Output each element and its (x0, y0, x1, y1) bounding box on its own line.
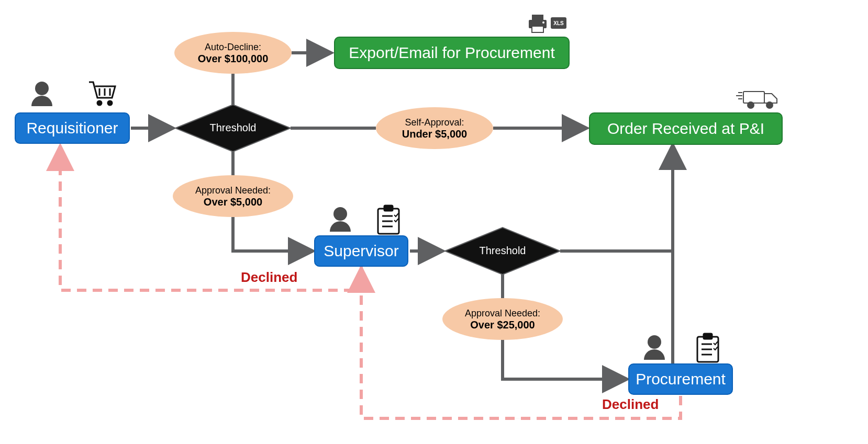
cond-approval-5k-text: Approval Needed: Over $5,000 (181, 185, 285, 208)
svg-rect-10 (384, 206, 393, 211)
svg-rect-20 (532, 15, 543, 20)
printer-icon (529, 15, 547, 32)
clipboard-icon (378, 206, 399, 234)
cond-approval-25k-text: Approval Needed: Over $25,000 (450, 308, 555, 331)
svg-point-2 (35, 82, 49, 95)
role-label: Requisitioner (26, 119, 118, 137)
cond-label: Auto-Decline: (181, 42, 285, 53)
cart-icon (89, 82, 115, 105)
role-requisitioner: Requisitioner (15, 112, 130, 144)
truck-icon (736, 92, 777, 108)
xls-icon: XLS (551, 17, 566, 29)
user-icon (31, 82, 52, 106)
svg-rect-26 (743, 92, 764, 103)
svg-point-28 (766, 102, 773, 108)
cond-value: Over $100,000 (181, 53, 285, 65)
arrow-approval5k-to-supervisor (233, 217, 311, 251)
arrow-approval25k-to-procurement (503, 340, 626, 379)
cond-label: Approval Needed: (181, 185, 285, 196)
cond-auto-decline-text: Auto-Decline: Over $100,000 (181, 42, 285, 65)
svg-rect-16 (704, 334, 712, 339)
declined-supervisor-path (60, 147, 361, 290)
svg-text:XLS: XLS (553, 20, 564, 26)
decision-label-1: Threshold (207, 122, 259, 134)
role-label: Supervisor (324, 242, 398, 260)
declined-label-supervisor: Declined (241, 269, 297, 286)
cond-value: Under $5,000 (382, 128, 487, 140)
clipboard-icon (697, 334, 718, 362)
cond-label: Self-Approval: (382, 117, 487, 128)
terminal-export: Export/Email for Procurement (334, 37, 570, 69)
cond-value: Over $25,000 (450, 319, 555, 331)
svg-point-14 (648, 335, 661, 349)
svg-point-23 (542, 21, 544, 24)
decision-label-2: Threshold (476, 245, 529, 257)
terminal-label: Order Received at P&I (607, 120, 764, 138)
cond-self-approval-text: Self-Approval: Under $5,000 (382, 117, 487, 140)
role-supervisor: Supervisor (314, 235, 408, 267)
role-label: Procurement (636, 370, 726, 388)
user-icon (330, 207, 351, 232)
role-procurement: Procurement (628, 363, 733, 395)
svg-point-3 (97, 101, 102, 105)
terminal-label: Export/Email for Procurement (349, 44, 554, 62)
user-icon (644, 335, 665, 360)
cond-value: Over $5,000 (181, 196, 285, 208)
svg-rect-22 (532, 26, 543, 32)
svg-point-8 (333, 207, 347, 221)
svg-point-27 (748, 102, 754, 108)
terminal-received: Order Received at P&I (589, 112, 783, 145)
declined-label-procurement: Declined (602, 396, 659, 413)
arrow-threshold2-to-received (560, 146, 673, 251)
cond-label: Approval Needed: (450, 308, 555, 319)
svg-point-4 (108, 101, 112, 105)
